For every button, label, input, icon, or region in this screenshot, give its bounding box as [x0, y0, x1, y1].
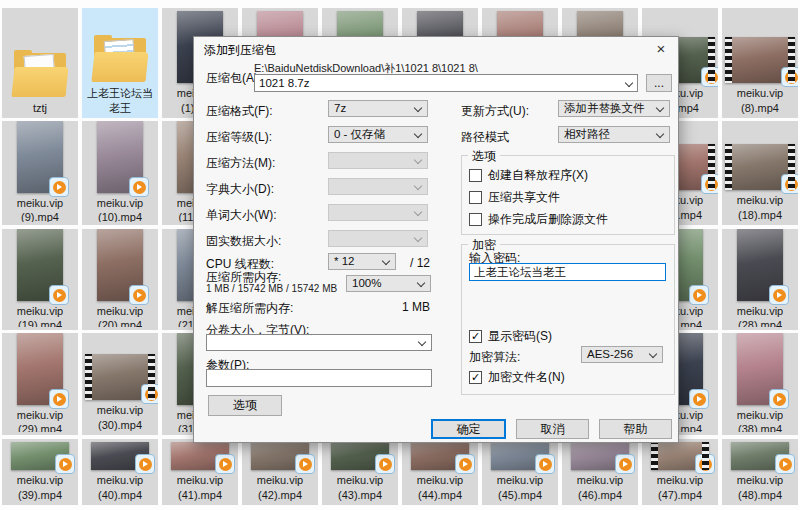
- file-name: meiku.vip (8).mp4: [723, 86, 797, 115]
- video-thumbnail: [171, 442, 229, 470]
- file-item[interactable]: meiku.vip (46).mp4: [562, 439, 638, 505]
- memory-decompress-label: 解压缩所需内存:: [206, 300, 293, 317]
- update-mode-label: 更新方式(U):: [461, 103, 529, 120]
- play-icon: [535, 454, 555, 474]
- level-label: 压缩等级(L):: [206, 129, 272, 146]
- file-item[interactable]: meiku.vip (39).mp4: [2, 439, 78, 505]
- video-thumbnail: [725, 144, 795, 190]
- path-mode-select[interactable]: 相对路径: [558, 126, 670, 143]
- cancel-button[interactable]: 取消: [516, 419, 589, 439]
- play-icon: [769, 285, 789, 305]
- play-icon: [129, 177, 149, 197]
- play-icon: [615, 454, 635, 474]
- encrypt-names-checkbox[interactable]: ✓ 加密文件名(N): [469, 369, 565, 386]
- word-size-label: 单词大小(W):: [206, 207, 277, 224]
- file-name: meiku.vip (19).mp4: [3, 304, 77, 327]
- video-thumbnail: [737, 333, 783, 405]
- file-item[interactable]: meiku.vip (18).mp4: [722, 121, 798, 225]
- file-item[interactable]: meiku.vip (29).mp4: [2, 333, 78, 435]
- add-to-archive-dialog: 添加到压缩包 × 压缩包(A): E:\BaiduNetdiskDownload…: [193, 36, 679, 443]
- solid-size-select: [328, 230, 428, 247]
- delete-after-checkbox[interactable]: 操作完成后删除源文件: [469, 211, 608, 228]
- format-label: 压缩格式(F):: [206, 103, 273, 120]
- play-icon: [49, 285, 69, 305]
- compress-shared-checkbox[interactable]: 压缩共享文件: [469, 189, 560, 206]
- file-name: 上老王论坛当老王: [83, 86, 157, 115]
- video-thumbnail: [725, 37, 795, 83]
- file-item[interactable]: meiku.vip (48).mp4: [722, 439, 798, 505]
- video-thumbnail: [11, 442, 69, 470]
- play-icon: [689, 285, 709, 305]
- file-item[interactable]: meiku.vip (43).mp4: [322, 439, 398, 505]
- file-name: meiku.vip (9).mp4: [3, 196, 77, 222]
- play-icon: [689, 389, 709, 409]
- file-name: meiku.vip (48).mp4: [723, 473, 797, 502]
- options-button[interactable]: 选项: [208, 395, 282, 416]
- folder-item[interactable]: tztj: [2, 8, 78, 118]
- checkbox-box: [469, 169, 482, 182]
- play-icon: [129, 285, 149, 305]
- file-item[interactable]: meiku.vip (8).mp4: [722, 8, 798, 118]
- folder-icon: [91, 35, 149, 83]
- file-item[interactable]: meiku.vip (10).mp4: [82, 121, 158, 225]
- file-item[interactable]: meiku.vip (40).mp4: [82, 439, 158, 505]
- file-item[interactable]: meiku.vip (38).mp4: [722, 333, 798, 435]
- play-icon: [781, 174, 798, 194]
- format-select[interactable]: 7z: [328, 100, 428, 117]
- level-select[interactable]: 0 - 仅存储: [328, 126, 428, 143]
- close-icon[interactable]: ×: [650, 39, 672, 59]
- help-button[interactable]: 帮助: [599, 419, 672, 439]
- file-item[interactable]: meiku.vip (47).mp4: [642, 439, 718, 505]
- file-item[interactable]: meiku.vip (20).mp4: [82, 229, 158, 330]
- play-icon: [141, 384, 158, 404]
- folder-item[interactable]: 上老王论坛当老王: [82, 8, 158, 118]
- file-name: meiku.vip (18).mp4: [723, 193, 797, 222]
- explorer-window: tztj 上老王论坛当老王 meiku.vip (1).mp4 meiku.vi…: [0, 0, 800, 510]
- memory-percent-select[interactable]: 100%: [346, 275, 431, 292]
- file-item[interactable]: meiku.vip (19).mp4: [2, 229, 78, 330]
- play-icon: [455, 454, 475, 474]
- ok-button[interactable]: 确定: [431, 419, 506, 439]
- file-item[interactable]: meiku.vip (44).mp4: [402, 439, 478, 505]
- browse-button[interactable]: ...: [646, 74, 672, 92]
- file-item[interactable]: meiku.vip (28).mp4: [722, 229, 798, 330]
- method-label: 压缩方法(M):: [206, 155, 275, 172]
- play-icon: [295, 454, 315, 474]
- video-thumbnail: [411, 442, 469, 470]
- file-name: meiku.vip (43).mp4: [323, 473, 397, 502]
- volume-size-combo[interactable]: [206, 334, 432, 351]
- password-input[interactable]: [469, 263, 666, 281]
- file-name: meiku.vip (47).mp4: [643, 473, 717, 502]
- create-sfx-checkbox[interactable]: 创建自释放程序(X): [469, 167, 588, 184]
- encryption-method-label: 加密算法:: [469, 349, 520, 366]
- solid-size-label: 固实数据大小:: [206, 233, 281, 250]
- video-thumbnail: [251, 442, 309, 470]
- file-name: meiku.vip (44).mp4: [403, 473, 477, 502]
- file-item[interactable]: meiku.vip (41).mp4: [162, 439, 238, 505]
- show-password-checkbox[interactable]: ✓ 显示密码(S): [469, 328, 552, 345]
- file-name: meiku.vip (20).mp4: [83, 304, 157, 327]
- archive-name-input[interactable]: [254, 74, 638, 92]
- file-name: meiku.vip (46).mp4: [563, 473, 637, 502]
- play-icon: [769, 389, 789, 409]
- memory-compress-detail: 1 MB / 15742 MB / 15742 MB: [206, 283, 337, 294]
- video-thumbnail: [85, 354, 155, 400]
- file-item[interactable]: meiku.vip (9).mp4: [2, 121, 78, 225]
- encryption-method-select[interactable]: AES-256: [581, 346, 663, 363]
- file-name: meiku.vip (10).mp4: [83, 196, 157, 222]
- method-select: [328, 152, 428, 169]
- file-name: tztj: [3, 101, 77, 115]
- update-mode-select[interactable]: 添加并替换文件: [558, 100, 670, 117]
- play-icon: [49, 389, 69, 409]
- parameters-input[interactable]: [206, 369, 432, 387]
- dialog-title: 添加到压缩包: [204, 42, 276, 59]
- file-item[interactable]: meiku.vip (30).mp4: [82, 333, 158, 435]
- file-item[interactable]: meiku.vip (45).mp4: [482, 439, 558, 505]
- video-thumbnail: [17, 229, 63, 301]
- cpu-threads-select[interactable]: * 12: [328, 253, 396, 270]
- file-item[interactable]: meiku.vip (42).mp4: [242, 439, 318, 505]
- archive-name-dropdown[interactable]: [621, 74, 638, 92]
- checkbox-box: ✓: [469, 371, 482, 384]
- path-mode-label: 路径模式: [461, 129, 509, 146]
- play-icon: [781, 67, 798, 87]
